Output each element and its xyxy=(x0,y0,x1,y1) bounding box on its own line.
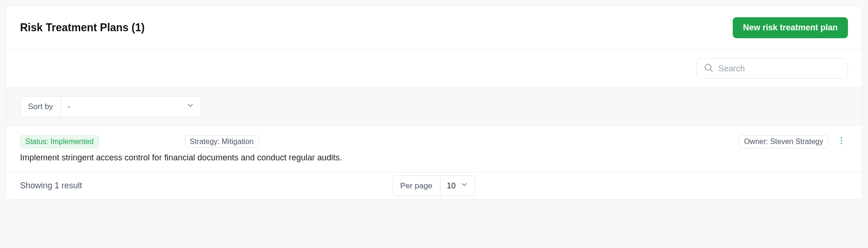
sort-control: Sort by - xyxy=(20,96,201,117)
strategy-badge: Strategy: Mitigation xyxy=(185,135,259,148)
treatment-plan-row: Status: Implemented Strategy: Mitigation… xyxy=(6,126,862,172)
card-header: Risk Treatment Plans (1) New risk treatm… xyxy=(6,6,862,50)
sort-by-label: Sort by xyxy=(21,96,61,117)
per-page-select[interactable]: 10 xyxy=(440,176,475,196)
svg-line-1 xyxy=(710,69,712,71)
per-page-label: Per page xyxy=(393,176,440,196)
card-title: Risk Treatment Plans (1) xyxy=(20,21,145,34)
status-badge: Status: Implemented xyxy=(20,135,99,148)
sort-by-value: - xyxy=(68,102,70,111)
owner-badge: Owner: Steven Strategy xyxy=(739,135,828,148)
kebab-icon xyxy=(837,136,846,147)
treatment-plan-tags: Status: Implemented Strategy: Mitigation… xyxy=(20,135,848,148)
chevron-down-icon xyxy=(186,101,194,112)
results-count-text: Showing 1 result xyxy=(20,181,82,191)
svg-point-4 xyxy=(841,143,842,145)
svg-point-3 xyxy=(841,140,842,142)
risk-treatment-card: Risk Treatment Plans (1) New risk treatm… xyxy=(6,6,862,200)
search-icon xyxy=(703,62,718,75)
treatment-plan-description: Implement stringent access control for f… xyxy=(20,153,848,163)
new-risk-treatment-plan-button[interactable]: New risk treatment plan xyxy=(733,17,848,38)
card-footer: Showing 1 result Per page 10 xyxy=(6,172,862,199)
search-field-wrap[interactable] xyxy=(696,58,848,79)
search-row xyxy=(6,50,862,88)
search-input[interactable] xyxy=(718,64,841,74)
svg-point-2 xyxy=(841,138,842,139)
row-actions-menu-button[interactable] xyxy=(835,135,848,148)
sort-by-select[interactable]: - xyxy=(61,96,201,117)
sort-row: Sort by - xyxy=(6,88,862,126)
per-page-control: Per page 10 xyxy=(392,175,476,196)
per-page-value: 10 xyxy=(447,181,456,191)
chevron-down-icon xyxy=(460,180,469,191)
